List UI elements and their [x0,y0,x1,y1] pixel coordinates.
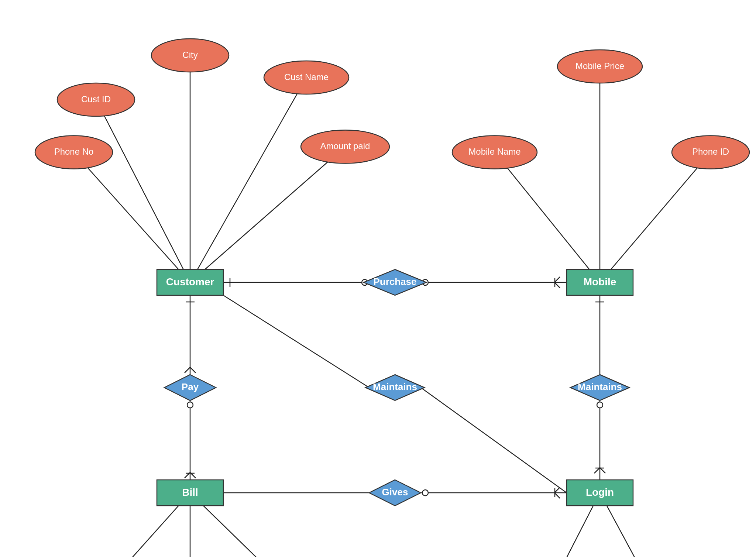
er-diagram-canvas [0,0,756,557]
